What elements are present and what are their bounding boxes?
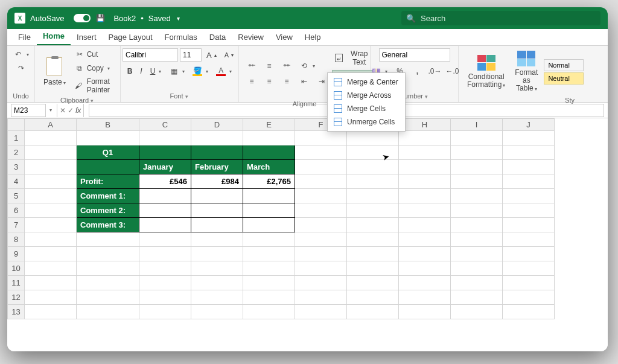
row-header-5[interactable]: 5 (8, 189, 25, 203)
select-all-corner[interactable] (8, 119, 25, 131)
cell-B4[interactable]: Profit: (77, 174, 139, 189)
menu-merge-and-center[interactable]: Merge & Center (328, 75, 405, 89)
row-header-1[interactable]: 1 (8, 131, 25, 145)
cell-D6[interactable] (191, 203, 243, 218)
align-left-button[interactable]: ≡ (244, 75, 260, 88)
cell-E7[interactable] (243, 218, 295, 232)
row-header-3[interactable]: 3 (8, 160, 25, 174)
redo-button[interactable]: ↷ (13, 62, 29, 74)
tab-data[interactable]: Data (203, 29, 232, 45)
align-top-button[interactable]: ⬴ (244, 60, 260, 72)
fx-icon[interactable]: fx (75, 106, 81, 115)
increase-decimal-button[interactable]: .0→ (427, 65, 443, 77)
align-right-button[interactable]: ≡ (279, 75, 295, 88)
cell-E6[interactable] (243, 203, 295, 218)
cell-B6[interactable]: Comment 2: (77, 203, 139, 218)
col-header-C[interactable]: C (139, 119, 191, 131)
row-header-2[interactable]: 2 (8, 145, 25, 160)
align-bottom-button[interactable]: ⬵ (279, 60, 295, 72)
cut-button[interactable]: ✂Cut (72, 48, 115, 60)
cell-C7[interactable] (139, 218, 191, 232)
name-box[interactable] (11, 104, 46, 117)
cell-B5[interactable]: Comment 1: (77, 189, 139, 203)
cell-C5[interactable] (139, 189, 191, 203)
cell-D7[interactable] (191, 218, 243, 232)
tab-formulas[interactable]: Formulas (159, 29, 203, 45)
row-header-7[interactable]: 7 (8, 218, 25, 232)
tab-help[interactable]: Help (299, 29, 327, 45)
col-header-B[interactable]: B (77, 119, 139, 131)
col-header-I[interactable]: I (451, 119, 503, 131)
tab-page-layout[interactable]: Page Layout (103, 29, 159, 45)
font-size-select[interactable] (180, 48, 202, 62)
align-center-button[interactable]: ≡ (261, 75, 277, 88)
conditional-formatting-button[interactable]: Conditional Formatting▾ (464, 53, 509, 91)
enter-formula-icon[interactable]: ✓ (68, 106, 74, 115)
decrease-indent-button[interactable]: ⇤ (296, 75, 312, 88)
col-header-E[interactable]: E (243, 119, 295, 131)
orientation-button[interactable]: ⟲▾ (296, 60, 318, 72)
borders-button[interactable]: ▦▾ (166, 65, 188, 77)
row-header-6[interactable]: 6 (8, 203, 25, 218)
cancel-formula-icon[interactable]: ✕ (60, 106, 66, 115)
align-middle-button[interactable]: ≡ (261, 60, 277, 72)
cell-style-gallery[interactable]: Normal Neutral (544, 59, 584, 85)
number-format-select[interactable] (379, 48, 450, 62)
search-box[interactable]: 🔍 Search (401, 11, 600, 25)
row-header-13[interactable]: 13 (8, 305, 25, 319)
row-header-10[interactable]: 10 (8, 261, 25, 276)
menu-unmerge-cells[interactable]: Unmerge Cells (328, 115, 405, 129)
spreadsheet-grid[interactable]: A B C D E F G H I J 1 2 Q1 (7, 118, 608, 351)
menu-merge-across[interactable]: Merge Across (328, 89, 405, 102)
col-header-H[interactable]: H (399, 119, 451, 131)
tab-insert[interactable]: Insert (71, 29, 103, 45)
row-header-9[interactable]: 9 (8, 247, 25, 261)
italic-button[interactable]: I (137, 66, 145, 77)
comma-style-button[interactable]: , (410, 65, 425, 77)
tab-home[interactable]: Home (37, 28, 71, 45)
shrink-font-button[interactable]: A▾ (221, 50, 237, 60)
row-header-4[interactable]: 4 (8, 174, 25, 189)
cell-E2[interactable] (243, 145, 295, 160)
decrease-decimal-button[interactable]: ←.0 (445, 65, 460, 77)
font-name-select[interactable] (123, 48, 178, 62)
col-header-A[interactable]: A (25, 119, 77, 131)
cell-style-neutral[interactable]: Neutral (544, 72, 584, 85)
save-icon[interactable]: 💾 (95, 13, 105, 23)
font-color-button[interactable]: A▾ (213, 65, 235, 77)
cell-C2[interactable] (139, 145, 191, 160)
cell-B3[interactable] (77, 160, 139, 174)
autosave-toggle[interactable] (74, 14, 91, 22)
title-chevron-down-icon[interactable]: ▾ (177, 15, 180, 22)
row-header-8[interactable]: 8 (8, 232, 25, 247)
cell-D2[interactable] (191, 145, 243, 160)
cell-D3[interactable]: February (191, 160, 243, 174)
tab-view[interactable]: View (270, 29, 299, 45)
paste-button[interactable]: Paste▾ (40, 55, 69, 89)
col-header-J[interactable]: J (503, 119, 555, 131)
grow-font-button[interactable]: A▴ (203, 49, 220, 61)
row-header-12[interactable]: 12 (8, 290, 25, 305)
col-header-D[interactable]: D (191, 119, 243, 131)
cell-C3[interactable]: January (139, 160, 191, 174)
cell-E4[interactable]: £2,765 (243, 174, 295, 189)
underline-button[interactable]: U▾ (147, 66, 165, 77)
cell-D4[interactable]: £984 (191, 174, 243, 189)
row-header-11[interactable]: 11 (8, 276, 25, 290)
menu-merge-cells[interactable]: Merge Cells (328, 102, 405, 115)
namebox-caret[interactable]: ▾ (49, 107, 52, 113)
cell-C6[interactable] (139, 203, 191, 218)
tab-file[interactable]: File (12, 29, 37, 45)
tab-review[interactable]: Review (232, 29, 270, 45)
format-painter-button[interactable]: 🖌Format Painter (72, 76, 115, 95)
fill-color-button[interactable]: 🪣▾ (190, 65, 211, 77)
cell-E3[interactable]: March (243, 160, 295, 174)
cell-D5[interactable] (191, 189, 243, 203)
bold-button[interactable]: B (124, 66, 136, 77)
cell-style-normal[interactable]: Normal (544, 59, 584, 71)
cell-B2[interactable]: Q1 (77, 145, 139, 160)
copy-button[interactable]: ⧉Copy▾ (72, 62, 115, 74)
cell-C4[interactable]: £546 (139, 174, 191, 189)
cell-E5[interactable] (243, 189, 295, 203)
format-as-table-button[interactable]: Format as Table▾ (511, 48, 541, 95)
